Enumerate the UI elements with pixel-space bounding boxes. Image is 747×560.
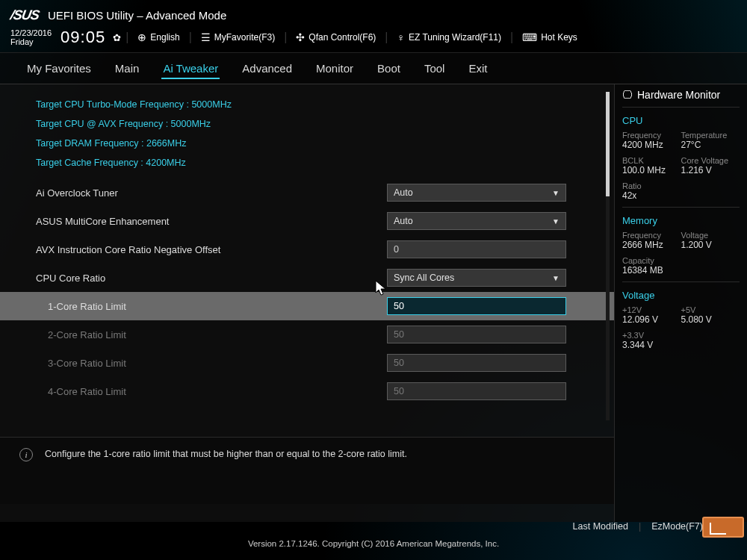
hotkeys-button[interactable]: ⌨ Hot Keys <box>518 30 582 45</box>
main-tabs: My Favorites Main Ai Tweaker Advanced Mo… <box>0 52 747 84</box>
ez-tuning-label: EZ Tuning Wizard(F11) <box>409 32 501 43</box>
watermark-badge <box>702 517 744 538</box>
chevron-down-icon: ▼ <box>552 217 560 225</box>
setting-label: 4-Core Ratio Limit <box>48 386 387 397</box>
setting-label: 3-Core Ratio Limit <box>48 358 387 369</box>
multicore-enhancement-dropdown[interactable]: Auto ▼ <box>387 212 566 230</box>
hw-cpu-heading: CPU <box>622 115 740 126</box>
setting-3core-ratio: 3-Core Ratio Limit 50 <box>0 349 614 377</box>
tab-tool[interactable]: Tool <box>423 59 447 79</box>
tab-exit[interactable]: Exit <box>467 59 489 79</box>
setting-avx-offset: AVX Instruction Core Ratio Negative Offs… <box>0 235 614 264</box>
help-text: Configure the 1-core ratio limit that mu… <box>45 448 407 459</box>
hw-row: +3.3V 3.344 V <box>622 331 740 350</box>
hw-label: Capacity <box>622 256 740 265</box>
qfan-button[interactable]: ✣ Qfan Control(F6) <box>291 30 380 45</box>
hw-cpu-bclk: 100.0 MHz <box>622 165 681 175</box>
dropdown-value: Auto <box>394 187 413 198</box>
setting-label: AVX Instruction Core Ratio Negative Offs… <box>36 244 387 255</box>
hw-label: +12V <box>622 305 681 314</box>
tab-ai-tweaker[interactable]: Ai Tweaker <box>161 59 220 79</box>
tab-advanced[interactable]: Advanced <box>241 59 294 79</box>
date-text: 12/23/2016 <box>10 28 52 37</box>
hw-label: Voltage <box>681 231 740 240</box>
hw-3v3: 3.344 V <box>622 340 740 350</box>
tab-main[interactable]: Main <box>114 59 141 79</box>
setting-label: Ai Overclock Tuner <box>36 187 387 199</box>
hw-mem-cap: 16384 MB <box>622 265 740 276</box>
hw-label: Frequency <box>622 131 681 140</box>
settings-panel: Target CPU Turbo-Mode Frequency : 5000MH… <box>0 84 614 522</box>
hw-label: Ratio <box>622 181 740 190</box>
fan-icon: ✣ <box>296 31 305 43</box>
hw-memory-heading: Memory <box>622 215 740 226</box>
scrollbar-track[interactable] <box>606 92 610 420</box>
hw-label: BCLK <box>622 156 681 165</box>
4core-ratio-input: 50 <box>387 382 566 400</box>
divider <box>622 281 740 282</box>
hw-monitor-title: 🖵 Hardware Monitor <box>622 89 740 108</box>
footer: Last Modified | EzMode(F7) |→ | Version … <box>0 514 747 560</box>
target-cpu-avx: Target CPU @ AVX Frequency : 5000MHz <box>36 114 614 134</box>
input-value: 50 <box>394 386 404 396</box>
setting-label: 2-Core Ratio Limit <box>48 329 387 340</box>
ai-overclock-tuner-dropdown[interactable]: Auto ▼ <box>387 184 566 202</box>
tab-monitor[interactable]: Monitor <box>314 59 355 79</box>
tab-boot[interactable]: Boot <box>376 59 402 79</box>
target-info-block: Target CPU Turbo-Mode Frequency : 5000MH… <box>0 92 614 178</box>
hotkeys-label: Hot Keys <box>541 32 577 43</box>
avx-offset-input[interactable]: 0 <box>387 240 566 258</box>
separator: | <box>510 31 513 44</box>
cpu-core-ratio-dropdown[interactable]: Sync All Cores ▼ <box>387 269 566 287</box>
qfan-label: Qfan Control(F6) <box>309 32 376 43</box>
divider <box>622 207 740 208</box>
hw-row: Frequency 4200 MHz Temperature 27°C <box>622 131 740 150</box>
setting-2core-ratio: 2-Core Ratio Limit 50 <box>0 320 614 349</box>
hw-mem-freq: 2666 MHz <box>622 240 681 250</box>
hw-row: Frequency 2666 MHz Voltage 1.200 V <box>622 231 740 250</box>
separator: | <box>125 31 128 44</box>
hw-row: Ratio 42x <box>622 181 740 201</box>
last-modified-label: Last Modified <box>573 521 628 532</box>
1core-ratio-input[interactable]: 50 <box>387 297 566 315</box>
setting-4core-ratio: 4-Core Ratio Limit 50 <box>0 377 614 405</box>
time-display: 09:05 <box>61 28 105 47</box>
myfavorite-button[interactable]: ☰ MyFavorite(F3) <box>196 30 279 45</box>
separator: | <box>284 31 287 44</box>
info-icon: i <box>19 448 33 461</box>
footer-actions: Last Modified | EzMode(F7) |→ | <box>0 514 747 535</box>
main-area: Target CPU Turbo-Mode Frequency : 5000MH… <box>0 84 747 522</box>
monitor-icon: 🖵 <box>622 89 633 101</box>
hw-label: Frequency <box>622 231 681 240</box>
hw-label: +3.3V <box>622 331 740 340</box>
last-modified-button[interactable]: Last Modified <box>565 518 636 535</box>
hw-cpu-freq: 4200 MHz <box>622 140 681 150</box>
separator: | <box>639 521 641 532</box>
globe-icon: ⊕ <box>137 31 146 43</box>
language-button[interactable]: ⊕ English <box>133 30 184 45</box>
hw-row: Capacity 16384 MB <box>622 256 740 276</box>
hw-voltage-heading: Voltage <box>622 290 740 301</box>
chevron-down-icon: ▼ <box>552 274 560 282</box>
tab-my-favorites[interactable]: My Favorites <box>25 59 93 79</box>
chevron-down-icon: ▼ <box>552 189 560 197</box>
asus-logo: /SUS <box>9 7 40 23</box>
dropdown-value: Sync All Cores <box>394 273 454 283</box>
header-tools-bar: 12/23/2016 Friday 09:05 ✿ | ⊕ English | … <box>0 27 747 52</box>
hw-label: +5V <box>681 305 740 314</box>
input-value: 50 <box>394 301 404 311</box>
setting-1core-ratio[interactable]: 1-Core Ratio Limit 50 <box>0 292 614 320</box>
scrollbar-thumb[interactable] <box>606 92 610 196</box>
input-value: 50 <box>394 329 404 340</box>
favorite-icon: ☰ <box>201 31 211 43</box>
ezmode-label: EzMode(F7) <box>651 521 703 532</box>
day-text: Friday <box>10 37 52 46</box>
setting-ai-overclock-tuner: Ai Overclock Tuner Auto ▼ <box>0 178 614 207</box>
setting-label: CPU Core Ratio <box>36 273 387 284</box>
separator: | <box>385 31 388 44</box>
settings-gear-icon[interactable]: ✿ <box>113 32 121 43</box>
ez-tuning-button[interactable]: ♀ EZ Tuning Wizard(F11) <box>392 30 506 45</box>
dropdown-value: Auto <box>394 216 413 226</box>
hw-5v: 5.080 V <box>681 314 740 325</box>
hw-cpu-ratio: 42x <box>622 190 740 201</box>
